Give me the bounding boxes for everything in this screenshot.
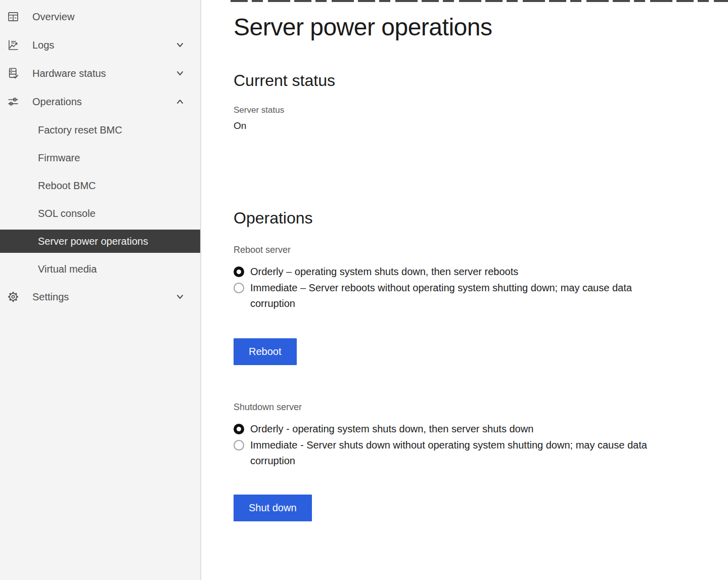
chevron-down-icon <box>175 68 185 78</box>
cropped-header-edge <box>231 0 728 2</box>
shutdown-server-label: Shutdown server <box>234 402 728 413</box>
chevron-down-icon <box>175 292 185 302</box>
sidebar-item-label: Reboot BMC <box>38 180 96 192</box>
shutdown-option-immediate[interactable]: Immediate - Server shuts down without op… <box>234 437 728 469</box>
chevron-up-icon <box>175 97 185 107</box>
sidebar-item-label: Virtual media <box>38 263 97 275</box>
shutdown-server-group: Shutdown server Orderly - operating syst… <box>234 402 728 521</box>
option-label: Orderly - operating system shuts down, t… <box>250 421 533 437</box>
sidebar-item-settings[interactable]: Settings <box>0 285 200 308</box>
shutdown-button[interactable]: Shut down <box>234 495 312 521</box>
reboot-option-orderly[interactable]: Orderly – operating system shuts down, t… <box>234 264 728 280</box>
reboot-option-immediate[interactable]: Immediate – Server reboots without opera… <box>234 280 728 311</box>
shutdown-option-orderly[interactable]: Orderly - operating system shuts down, t… <box>234 421 728 437</box>
sidebar-item-label: Operations <box>32 96 82 108</box>
option-label: Orderly – operating system shuts down, t… <box>250 264 518 280</box>
sidebar-item-hardware-status[interactable]: Hardware status <box>0 62 200 85</box>
chevron-down-icon <box>175 40 185 50</box>
sidebar-item-label: Hardware status <box>32 68 106 79</box>
sidebar-item-label: Settings <box>32 291 69 303</box>
shutdown-options: Orderly - operating system shuts down, t… <box>234 421 728 469</box>
reboot-button[interactable]: Reboot <box>234 338 297 365</box>
operations-icon <box>7 95 20 108</box>
sidebar-item-label: Server power operations <box>38 236 148 247</box>
sidebar-item-label: Firmware <box>38 152 80 164</box>
server-status-value: On <box>234 120 728 131</box>
main-content: Server power operations Current status S… <box>202 0 728 580</box>
reboot-server-label: Reboot server <box>234 245 728 255</box>
operations-heading: Operations <box>234 208 728 228</box>
server-status-label: Server status <box>234 105 728 115</box>
dashboard-icon <box>7 10 20 23</box>
sidebar-item-label: Overview <box>32 11 74 23</box>
sidebar-nav: Overview Logs <box>0 0 201 580</box>
sidebar-item-operations[interactable]: Operations <box>0 90 200 113</box>
reboot-server-group: Reboot server Orderly – operating system… <box>234 245 728 365</box>
sidebar-item-server-power-operations[interactable]: Server power operations <box>0 230 200 253</box>
sidebar-item-label: Logs <box>32 39 54 51</box>
sidebar-item-sol-console[interactable]: SOL console <box>0 202 200 225</box>
hardware-status-icon <box>7 67 20 80</box>
radio-selected-icon[interactable] <box>234 424 244 434</box>
option-label: Immediate – Server reboots without opera… <box>250 280 673 311</box>
page-title: Server power operations <box>234 0 728 41</box>
sidebar-item-virtual-media[interactable]: Virtual media <box>0 257 200 281</box>
logs-icon <box>7 38 20 52</box>
sidebar-item-label: Factory reset BMC <box>38 124 122 136</box>
reboot-options: Orderly – operating system shuts down, t… <box>234 264 728 311</box>
current-status-heading: Current status <box>234 71 728 90</box>
gear-icon <box>7 290 20 303</box>
sidebar-item-firmware[interactable]: Firmware <box>0 146 200 169</box>
sidebar-item-logs[interactable]: Logs <box>0 33 200 57</box>
option-label: Immediate - Server shuts down without op… <box>250 437 673 469</box>
sidebar-item-label: SOL console <box>38 208 96 219</box>
sidebar-item-reboot-bmc[interactable]: Reboot BMC <box>0 174 200 197</box>
sidebar-item-factory-reset-bmc[interactable]: Factory reset BMC <box>0 118 200 142</box>
radio-unselected-icon[interactable] <box>234 440 244 451</box>
radio-unselected-icon[interactable] <box>234 283 244 293</box>
sidebar-item-overview[interactable]: Overview <box>0 5 200 28</box>
radio-selected-icon[interactable] <box>234 266 244 277</box>
